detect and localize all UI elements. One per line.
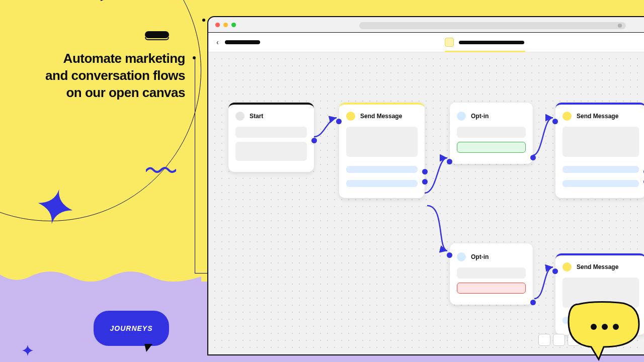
node-title: Send Message (577, 113, 618, 120)
badge-label: JOURNEYS (110, 324, 152, 332)
output-port[interactable] (530, 300, 536, 305)
field-placeholder (457, 127, 526, 138)
close-icon[interactable] (215, 23, 220, 27)
action-row (346, 166, 418, 173)
node-title: Opt-in (471, 253, 489, 260)
tab-title-placeholder (459, 41, 524, 44)
input-port[interactable] (552, 268, 558, 274)
minimize-icon[interactable] (223, 23, 228, 27)
node-icon (457, 112, 466, 121)
node-title: Send Message (577, 263, 618, 270)
node-title: Opt-in (471, 113, 489, 120)
svg-point-0 (591, 324, 597, 330)
journeys-badge: JOURNEYS (94, 311, 169, 346)
node-icon (235, 112, 245, 121)
toolbar: ‹ (208, 32, 644, 52)
input-port[interactable] (552, 119, 558, 124)
pill-shadow (145, 37, 169, 40)
tab-icon (445, 38, 454, 47)
action-row (346, 180, 418, 187)
output-port[interactable] (530, 155, 536, 160)
squiggle-decoration (146, 166, 176, 174)
node-title: Send Message (360, 113, 402, 120)
plus-icon (22, 345, 33, 356)
url-bar[interactable] (359, 22, 626, 29)
chat-bubble-icon (564, 297, 644, 362)
node-icon (457, 252, 466, 261)
input-port[interactable] (447, 252, 452, 258)
success-row (457, 142, 526, 153)
node-icon (562, 112, 572, 121)
action-row (562, 180, 639, 187)
sparkle-icon (38, 189, 73, 224)
field-placeholder (457, 267, 526, 279)
node-icon (562, 262, 572, 272)
hero-headline: Automate marketing and conversation flow… (39, 50, 185, 101)
field-placeholder (235, 127, 307, 138)
maximize-icon[interactable] (231, 23, 236, 27)
field-placeholder (346, 127, 418, 157)
input-port[interactable] (336, 119, 342, 124)
active-tab[interactable] (445, 38, 524, 47)
field-placeholder (235, 142, 307, 161)
node-opt-in[interactable]: Opt-in (450, 103, 533, 164)
back-button[interactable]: ‹ (216, 38, 219, 46)
dot-decoration (202, 19, 205, 22)
failure-row (457, 283, 526, 294)
action-row (562, 166, 639, 173)
input-port[interactable] (447, 159, 452, 164)
node-send-message[interactable]: Send Message (555, 103, 644, 198)
wave-decoration (0, 266, 201, 297)
node-start[interactable]: Start (228, 103, 314, 172)
palette-swatch[interactable] (538, 334, 550, 346)
node-title: Start (250, 113, 263, 120)
breadcrumb-placeholder (225, 40, 260, 44)
output-port[interactable] (422, 179, 428, 185)
node-opt-in[interactable]: Opt-in (450, 243, 533, 305)
field-placeholder (562, 127, 639, 157)
output-port[interactable] (422, 169, 428, 174)
node-send-message[interactable]: Send Message (339, 103, 425, 198)
window-titlebar (208, 17, 644, 32)
node-icon (346, 112, 355, 121)
output-port[interactable] (311, 138, 317, 143)
svg-point-2 (613, 324, 619, 330)
svg-point-1 (602, 324, 608, 330)
